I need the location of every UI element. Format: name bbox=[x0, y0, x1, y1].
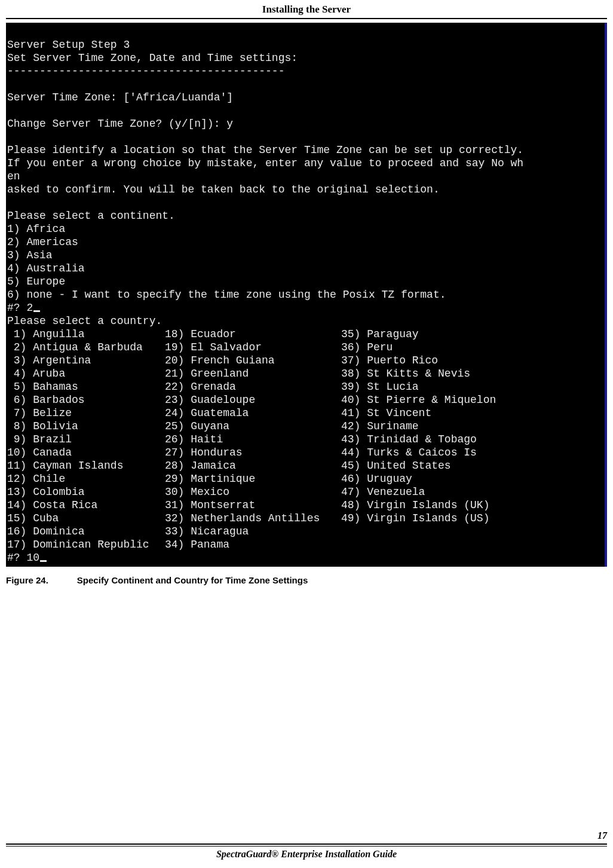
terminal-country-col1: 1) Anguilla 2) Antigua & Barbuda 3) Arge… bbox=[7, 328, 165, 551]
terminal-country-option: 45) United States bbox=[341, 460, 451, 472]
terminal-screenshot: Server Setup Step 3 Set Server Time Zone… bbox=[6, 23, 607, 567]
terminal-country-option: 5) Bahamas bbox=[7, 381, 78, 393]
terminal-country-option: 18) Ecuador bbox=[165, 328, 236, 340]
terminal-blank bbox=[7, 78, 14, 90]
cursor-icon bbox=[33, 310, 40, 312]
terminal-country-option: 38) St Kitts & Nevis bbox=[341, 368, 470, 380]
terminal-country-option: 31) Montserrat bbox=[165, 499, 255, 511]
page-footer: 17 SpectraGuard® Enterprise Installation… bbox=[6, 843, 607, 860]
figure-caption: Figure 24. Specify Continent and Country… bbox=[6, 575, 607, 585]
terminal-change-prompt: Change Server Time Zone? (y/[n]): bbox=[7, 118, 226, 130]
terminal-country-option: 37) Puerto Rico bbox=[341, 354, 438, 366]
terminal-change-answer[interactable]: y bbox=[226, 118, 233, 130]
terminal-country-option: 27) Honduras bbox=[165, 447, 243, 459]
terminal-country-option: 28) Jamaica bbox=[165, 460, 236, 472]
terminal-continent-input-value[interactable]: 2 bbox=[26, 302, 33, 314]
terminal-country-option: 10) Canada bbox=[7, 447, 72, 459]
terminal-country-option: 6) Barbados bbox=[7, 394, 85, 406]
terminal-change-prompt-line: Change Server Time Zone? (y/[n]): y bbox=[7, 118, 233, 130]
terminal-country-input-prompt: #? bbox=[7, 552, 26, 564]
terminal-country-option: 7) Belize bbox=[7, 407, 72, 419]
terminal-country-option: 15) Cuba bbox=[7, 512, 59, 524]
terminal-country-option: 44) Turks & Caicos Is bbox=[341, 447, 477, 459]
terminal-country-option: 46) Uruguay bbox=[341, 473, 412, 485]
cursor-icon bbox=[40, 560, 47, 562]
terminal-country-option: 23) Guadeloupe bbox=[165, 394, 255, 406]
header-divider bbox=[6, 18, 607, 19]
terminal-country-option: 22) Grenada bbox=[165, 381, 236, 393]
terminal-country-option: 19) El Salvador bbox=[165, 341, 262, 353]
terminal-country-option: 47) Venezuela bbox=[341, 486, 425, 498]
terminal-country-input-value[interactable]: 10 bbox=[26, 552, 39, 564]
terminal-country-option: 43) Trinidad & Tobago bbox=[341, 433, 477, 445]
terminal-country-option: 33) Nicaragua bbox=[165, 525, 249, 537]
terminal-country-option: 39) St Lucia bbox=[341, 381, 419, 393]
terminal-country-option: 26) Haiti bbox=[165, 433, 223, 445]
figure-caption-text: Specify Continent and Country for Time Z… bbox=[77, 575, 308, 585]
footer-divider-thin bbox=[6, 846, 607, 846]
terminal-country-prompt: Please select a country. bbox=[7, 315, 162, 327]
terminal-country-option: 17) Dominican Republic bbox=[7, 539, 149, 551]
terminal-continent-input-prompt: #? bbox=[7, 302, 26, 314]
terminal-country-option: 25) Guyana bbox=[165, 420, 229, 432]
terminal-country-option: 21) Greenland bbox=[165, 368, 249, 380]
terminal-step-line: Server Setup Step 3 bbox=[7, 39, 130, 51]
terminal-country-option: 20) French Guiana bbox=[165, 354, 275, 366]
terminal-blank bbox=[7, 131, 14, 143]
footer-divider-thick bbox=[6, 843, 607, 845]
terminal-para2: If you enter a wrong choice by mistake, … bbox=[7, 157, 523, 169]
terminal-country-option: 41) St Vincent bbox=[341, 407, 431, 419]
terminal-para1: Please identify a location so that the S… bbox=[7, 144, 523, 156]
terminal-continent-option: 3) Asia bbox=[7, 249, 53, 261]
terminal-country-option: 16) Dominica bbox=[7, 525, 85, 537]
footer-guide-title: SpectraGuard® Enterprise Installation Gu… bbox=[6, 849, 607, 860]
terminal-country-option: 14) Costa Rica bbox=[7, 499, 97, 511]
page-number: 17 bbox=[597, 830, 607, 841]
page-header-title: Installing the Server bbox=[6, 0, 607, 18]
terminal-country-option: 8) Bolivia bbox=[7, 420, 78, 432]
terminal-country-col2: 18) Ecuador 19) El Salvador 20) French G… bbox=[165, 328, 341, 551]
terminal-country-option: 4) Aruba bbox=[7, 368, 65, 380]
terminal-para3: en bbox=[7, 170, 20, 182]
terminal-country-option: 36) Peru bbox=[341, 341, 393, 353]
terminal-para4: asked to confirm. You will be taken back… bbox=[7, 184, 440, 195]
terminal-continent-option: 5) Europe bbox=[7, 276, 65, 288]
terminal-continent-prompt: Please select a continent. bbox=[7, 210, 175, 222]
figure-caption-label: Figure 24. bbox=[6, 575, 48, 585]
terminal-country-option: 9) Brazil bbox=[7, 433, 72, 445]
terminal-country-option: 35) Paraguay bbox=[341, 328, 419, 340]
terminal-country-option: 40) St Pierre & Miquelon bbox=[341, 394, 496, 406]
terminal-country-option: 42) Suriname bbox=[341, 420, 419, 432]
terminal-country-option: 48) Virgin Islands (UK) bbox=[341, 499, 489, 511]
terminal-blank bbox=[7, 105, 14, 117]
terminal-continent-option: 4) Australia bbox=[7, 262, 85, 274]
terminal-country-columns: 1) Anguilla 2) Antigua & Barbuda 3) Arge… bbox=[7, 328, 603, 551]
terminal-country-col3: 35) Paraguay 36) Peru 37) Puerto Rico 38… bbox=[341, 328, 496, 551]
terminal-subtitle: Set Server Time Zone, Date and Time sett… bbox=[7, 52, 298, 64]
terminal-country-option: 29) Martinique bbox=[165, 473, 255, 485]
terminal-country-option: 2) Antigua & Barbuda bbox=[7, 341, 143, 353]
terminal-continent-option: 1) Africa bbox=[7, 223, 65, 235]
terminal-continent-input-line: #? 2 bbox=[7, 302, 40, 314]
terminal-country-option: 34) Panama bbox=[165, 539, 229, 551]
terminal-country-option: 32) Netherlands Antilles bbox=[165, 512, 320, 524]
terminal-country-option: 24) Guatemala bbox=[165, 407, 249, 419]
terminal-country-option: 12) Chile bbox=[7, 473, 65, 485]
terminal-blank bbox=[7, 197, 14, 209]
terminal-divider: ----------------------------------------… bbox=[7, 65, 284, 77]
terminal-country-input-line: #? 10 bbox=[7, 552, 47, 564]
terminal-country-option: 30) Mexico bbox=[165, 486, 229, 498]
terminal-country-option: 49) Virgin Islands (US) bbox=[341, 512, 489, 524]
terminal-country-option: 1) Anguilla bbox=[7, 328, 85, 340]
terminal-country-option: 11) Cayman Islands bbox=[7, 460, 123, 472]
terminal-continent-option: 6) none - I want to specify the time zon… bbox=[7, 289, 446, 301]
terminal-tz-line: Server Time Zone: ['Africa/Luanda'] bbox=[7, 91, 233, 103]
terminal-country-option: 3) Argentina bbox=[7, 354, 91, 366]
terminal-continent-option: 2) Americas bbox=[7, 236, 78, 248]
terminal-country-option: 13) Colombia bbox=[7, 486, 85, 498]
